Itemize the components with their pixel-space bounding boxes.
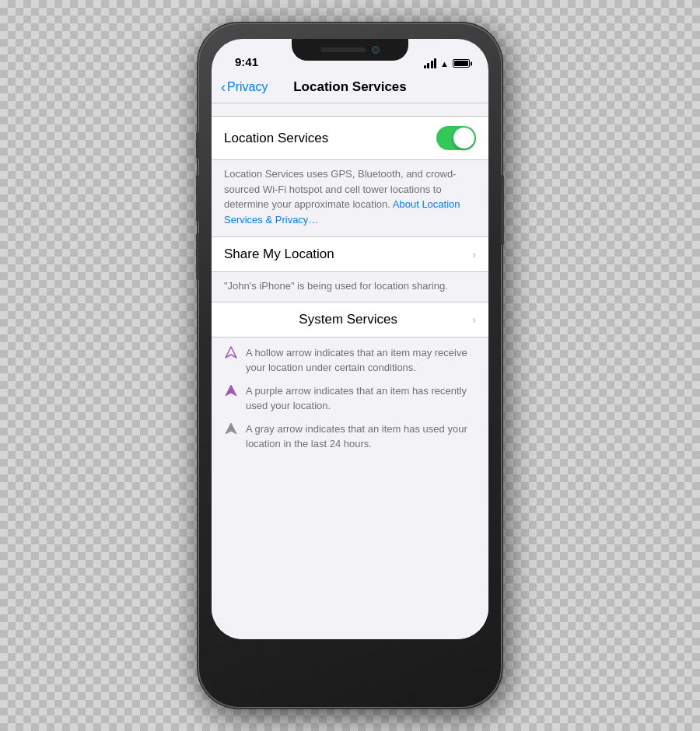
toggle-knob [453,128,474,149]
system-services-chevron-icon: › [472,313,476,326]
share-my-location-row[interactable]: Share My Location › [212,237,488,271]
legend-purple-text: A purple arrow indicates that an item ha… [246,383,476,414]
legend-hollow-text: A hollow arrow indicates that an item ma… [246,345,476,376]
back-label: Privacy [227,80,268,94]
legend-item-purple: A purple arrow indicates that an item ha… [224,383,476,414]
location-services-section: Location Services [212,116,488,160]
volume-down-button [196,233,199,280]
location-services-description: Location Services uses GPS, Bluetooth, a… [212,160,488,236]
system-services-label: System Services [224,312,472,327]
notch [292,39,408,61]
status-icons: ▲ [424,58,470,68]
volume-up-button [196,175,199,222]
back-button[interactable]: ‹ Privacy [221,79,268,96]
share-my-location-chevron-icon: › [472,248,476,261]
svg-marker-0 [226,347,236,358]
share-my-location-sub-text: "John's iPhone" is being used for locati… [224,280,448,292]
power-button [501,175,504,245]
svg-marker-2 [226,423,236,434]
legend-section: A hollow arrow indicates that an item ma… [212,338,488,467]
location-services-label: Location Services [224,131,328,146]
status-time: 9:41 [235,55,258,68]
wifi-icon: ▲ [440,59,449,68]
legend-item-gray: A gray arrow indicates that an item has … [224,421,476,452]
gray-arrow-icon [224,422,238,435]
signal-bars-icon [424,58,437,68]
page-title: Location Services [293,79,407,95]
back-chevron-icon: ‹ [221,79,226,96]
legend-gray-text: A gray arrow indicates that an item has … [246,421,476,452]
phone-frame: 9:41 ▲ ‹ Privacy [198,23,502,708]
navigation-bar: ‹ Privacy Location Services [212,73,488,103]
location-services-toggle[interactable] [436,126,476,150]
front-camera [372,46,380,54]
screen-content: ‹ Privacy Location Services Location Ser… [212,73,488,639]
svg-marker-1 [226,385,236,396]
silent-switch [196,132,199,159]
battery-icon [453,59,470,68]
purple-arrow-icon [224,384,238,397]
phone-screen: 9:41 ▲ ‹ Privacy [212,39,488,639]
share-my-location-label: Share My Location [224,247,334,262]
section-spacer-top [212,103,488,116]
share-my-location-section: Share My Location › [212,236,488,272]
system-services-row[interactable]: System Services › [212,303,488,337]
legend-item-hollow: A hollow arrow indicates that an item ma… [224,345,476,376]
hollow-arrow-icon [224,346,238,359]
share-my-location-description: "John's iPhone" is being used for locati… [212,272,488,302]
speaker [320,47,366,52]
location-services-row: Location Services [212,117,488,159]
system-services-section: System Services › [212,302,488,338]
